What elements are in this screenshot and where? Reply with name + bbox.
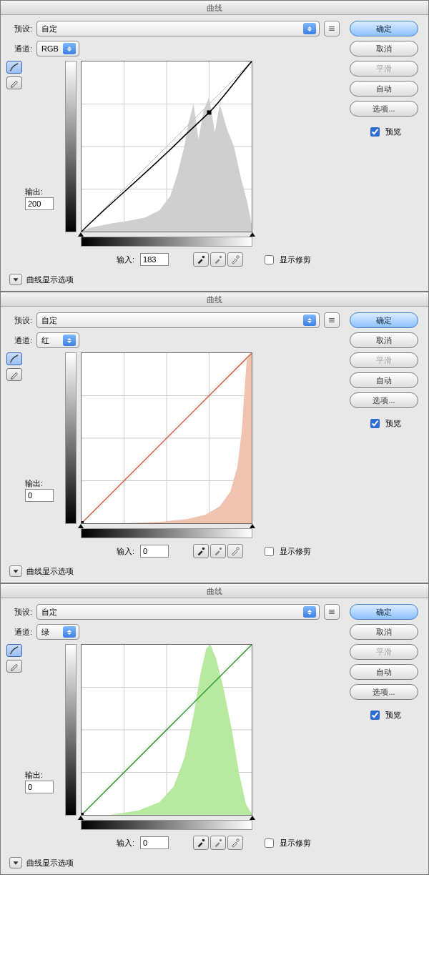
channel-value: 红 — [41, 335, 59, 346]
pencil-tool-button[interactable] — [6, 76, 22, 89]
preset-select[interactable]: 自定 — [36, 312, 320, 328]
auto-button[interactable]: 自动 — [350, 664, 418, 680]
smooth-button[interactable]: 平滑 — [350, 644, 418, 660]
chevron-updown-icon — [303, 315, 316, 326]
show-clipping-input[interactable] — [265, 838, 274, 848]
white-point-eyedropper[interactable] — [227, 544, 243, 558]
options-button[interactable]: 选项... — [350, 101, 418, 117]
chevron-updown-icon — [63, 335, 76, 346]
cancel-button[interactable]: 取消 — [350, 332, 418, 348]
output-label: 输出: — [25, 478, 65, 489]
input-value-input[interactable]: 0 — [140, 545, 169, 558]
ok-button[interactable]: 确定 — [350, 312, 418, 328]
svg-rect-0 — [329, 26, 335, 27]
gray-point-eyedropper[interactable] — [210, 836, 226, 850]
svg-point-10 — [220, 256, 222, 259]
show-clipping-checkbox[interactable]: 显示修剪 — [262, 836, 311, 850]
input-value-input[interactable]: 0 — [140, 836, 169, 849]
curves-graph[interactable] — [81, 61, 252, 232]
curve-point[interactable] — [207, 110, 212, 114]
curve-tool-button[interactable] — [6, 61, 22, 74]
input-label: 输入: — [117, 254, 134, 265]
white-point-eyedropper[interactable] — [227, 252, 243, 267]
channel-select[interactable]: RGB — [36, 41, 79, 56]
svg-point-35 — [237, 839, 240, 842]
input-value-input[interactable]: 183 — [140, 253, 169, 266]
disclosure-button[interactable] — [9, 857, 22, 868]
auto-button[interactable]: 自动 — [350, 81, 418, 96]
preset-menu-button[interactable] — [324, 312, 340, 328]
chevron-updown-icon — [303, 23, 316, 34]
black-point-eyedropper[interactable] — [193, 544, 209, 558]
show-clipping-input[interactable] — [265, 255, 274, 264]
preset-select[interactable]: 自定 — [36, 21, 320, 36]
preset-select[interactable]: 自定 — [36, 604, 320, 620]
black-point-eyedropper[interactable] — [193, 836, 209, 850]
horizontal-gradient — [81, 528, 252, 538]
preview-label: 预览 — [385, 418, 401, 429]
gray-point-eyedropper[interactable] — [210, 252, 226, 267]
svg-point-23 — [237, 548, 240, 550]
gray-point-eyedropper[interactable] — [210, 544, 226, 558]
curve-tool-button[interactable] — [6, 352, 22, 365]
preview-input[interactable] — [370, 419, 380, 428]
pencil-tool-button[interactable] — [6, 660, 22, 673]
curve-tool-button[interactable] — [6, 644, 22, 657]
input-label: 输入: — [117, 838, 134, 848]
smooth-button[interactable]: 平滑 — [350, 61, 418, 76]
disclosure-label: 曲线显示选项 — [26, 858, 74, 868]
preview-checkbox[interactable]: 预览 — [368, 708, 401, 722]
preset-menu-button[interactable] — [324, 21, 340, 36]
white-point-eyedropper[interactable] — [227, 836, 243, 850]
disclosure-label: 曲线显示选项 — [26, 566, 74, 577]
preset-menu-button[interactable] — [324, 604, 340, 620]
disclosure-button[interactable] — [9, 274, 22, 285]
channel-label: 通道: — [6, 335, 32, 346]
options-button[interactable]: 选项... — [350, 392, 418, 408]
chevron-updown-icon — [303, 606, 316, 618]
preview-input[interactable] — [370, 711, 380, 720]
output-label: 输出: — [25, 770, 65, 781]
curves-graph[interactable] — [81, 352, 252, 524]
output-label: 输出: — [25, 187, 65, 197]
disclosure-button[interactable] — [9, 565, 22, 577]
auto-button[interactable]: 自动 — [350, 372, 418, 388]
preview-checkbox[interactable]: 预览 — [368, 417, 401, 430]
curves-graph[interactable] — [81, 644, 252, 816]
output-value-input[interactable]: 0 — [25, 781, 54, 793]
options-button[interactable]: 选项... — [350, 684, 418, 700]
svg-point-33 — [202, 839, 205, 842]
smooth-button[interactable]: 平滑 — [350, 352, 418, 368]
preset-value: 自定 — [41, 24, 59, 34]
curve-point[interactable] — [82, 521, 84, 523]
preview-input[interactable] — [370, 127, 380, 137]
channel-select[interactable]: 红 — [36, 332, 79, 348]
output-value-input[interactable]: 0 — [25, 489, 54, 502]
show-clipping-checkbox[interactable]: 显示修剪 — [262, 253, 311, 267]
ok-button[interactable]: 确定 — [350, 604, 418, 620]
show-clipping-input[interactable] — [265, 547, 274, 556]
show-clipping-label: 显示修剪 — [280, 838, 311, 848]
show-clipping-checkbox[interactable]: 显示修剪 — [262, 545, 311, 558]
svg-point-11 — [237, 256, 240, 259]
pencil-tool-button[interactable] — [6, 368, 22, 381]
svg-point-21 — [202, 548, 205, 550]
channel-label: 通道: — [6, 44, 32, 54]
vertical-gradient — [65, 352, 77, 524]
channel-label: 通道: — [6, 627, 32, 638]
curves-dialog: 曲线 预设: 自定 通道: 红 — [0, 292, 429, 583]
svg-rect-26 — [329, 613, 335, 614]
preview-checkbox[interactable]: 预览 — [368, 125, 401, 139]
preset-label: 预设: — [6, 24, 32, 34]
ok-button[interactable]: 确定 — [350, 21, 418, 36]
channel-select[interactable]: 绿 — [36, 624, 79, 640]
cancel-button[interactable]: 取消 — [350, 624, 418, 640]
cancel-button[interactable]: 取消 — [350, 41, 418, 56]
vertical-gradient — [65, 644, 77, 816]
svg-rect-1 — [329, 28, 335, 29]
svg-point-22 — [220, 548, 222, 550]
preset-label: 预设: — [6, 607, 32, 618]
curve-point[interactable] — [82, 813, 84, 815]
output-value-input[interactable]: 200 — [25, 197, 54, 210]
black-point-eyedropper[interactable] — [193, 252, 209, 267]
